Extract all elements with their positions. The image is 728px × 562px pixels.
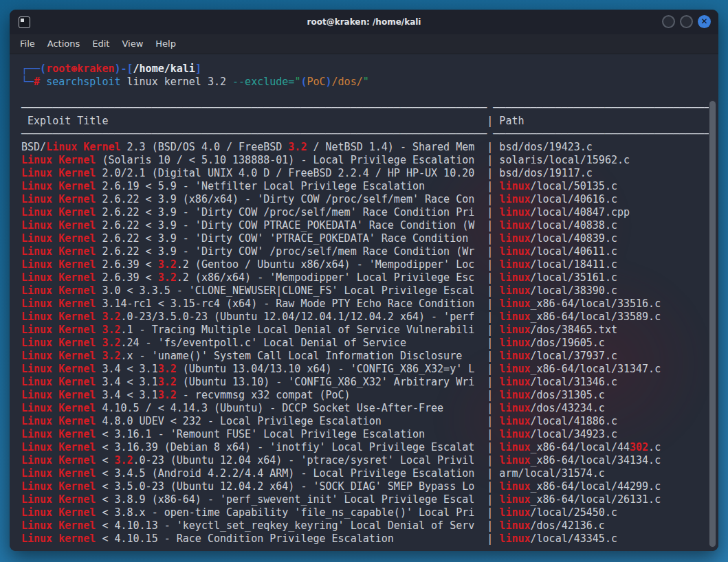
exploit-row: Linux Kernel 3.4 < 3.13.2 - recvmmsg x32…: [21, 389, 718, 402]
exploit-row: Linux Kernel 2.6.22 < 3.9 (x86/x64) - 'D…: [21, 193, 718, 206]
exploit-row: Linux Kernel 3.2.1 - Tracing Multiple Lo…: [21, 324, 718, 337]
table-separator: ────────────────────────────────────────…: [21, 128, 718, 141]
exploit-row: Linux Kernel 3.0 < 3.3.5 - 'CLONE_NEWUSE…: [21, 284, 718, 297]
menu-help[interactable]: Help: [149, 34, 182, 54]
exploit-row: Linux Kernel 2.6.39 < 3.2.2 (Gentoo / Ub…: [21, 258, 718, 271]
exploit-row: Linux Kernel 2.6.19 < 5.9 - 'Netfilter L…: [21, 180, 718, 193]
exploit-row: Linux Kernel < 3.8.9 (x86-64) - 'perf_sw…: [21, 493, 718, 506]
exploit-row: Linux Kernel 2.6.22 < 3.9 - 'Dirty COW /…: [21, 206, 718, 219]
exploit-row: Linux Kernel 3.4 < 3.13.2 (Ubuntu 13.10)…: [21, 376, 718, 389]
exploit-title-cell: Linux Kernel 4.10.5 / < 4.14.3 (Ubuntu) …: [21, 402, 481, 415]
exploit-title-cell: Linux Kernel 3.2.0-23/3.5.0-23 (Ubuntu 1…: [21, 311, 481, 324]
menu-actions[interactable]: Actions: [41, 34, 87, 54]
exploit-title-cell: Linux Kernel 2.6.22 < 3.9 (x86/x64) - 'D…: [21, 193, 481, 206]
exploit-title-cell: Linux Kernel < 3.5.0-23 (Ubuntu 12.04.2 …: [21, 480, 481, 493]
close-icon: ✕: [701, 16, 707, 26]
menu-view[interactable]: View: [115, 34, 149, 54]
titlebar[interactable]: root@kraken: /home/kali ✕: [10, 10, 718, 34]
exploit-row: Linux Kernel 4.8.0 UDEV < 232 - Local Pr…: [21, 415, 718, 428]
exploit-row: Linux Kernel 2.6.39 < 3.2.2 (x86/x64) - …: [21, 271, 718, 284]
minimize-button[interactable]: [662, 15, 675, 28]
exploit-row: Linux Kernel 2.6.22 < 3.9 - 'Dirty COW' …: [21, 232, 718, 245]
exploit-title-cell: BSD/Linux Kernel 2.3 (BSD/OS 4.0 / FreeB…: [21, 141, 481, 154]
exploit-title-cell: Linux Kernel < 3.8.9 (x86-64) - 'perf_sw…: [21, 493, 481, 506]
terminal-window: root@kraken: /home/kali ✕ FileActionsEdi…: [10, 10, 718, 551]
exploit-title-cell: Linux Kernel 2.6.39 < 3.2.2 (Gentoo / Ub…: [21, 258, 481, 271]
exploit-title-cell: Linux Kernel 2.6.19 < 5.9 - 'Netfilter L…: [21, 180, 481, 193]
exploit-title-cell: Linux Kernel 2.6.39 < 3.2.2 (x86/x64) - …: [21, 271, 481, 284]
table-separator: ────────────────────────────────────────…: [21, 102, 718, 115]
exploit-title-cell: Linux kernel < 4.10.15 - Race Condition …: [21, 532, 481, 546]
column-header-exploit-title: Exploit Title: [21, 115, 481, 128]
exploit-row: Linux Kernel 3.2.x - 'uname()' System Ca…: [21, 350, 718, 363]
exploit-title-cell: Linux Kernel (Solaris 10 / < 5.10 138888…: [21, 154, 481, 167]
exploit-title-cell: Linux Kernel 4.8.0 UDEV < 232 - Local Pr…: [21, 415, 481, 428]
exploit-row: Linux Kernel 3.14-rc1 < 3.15-rc4 (x64) -…: [21, 297, 718, 311]
exploit-title-cell: Linux Kernel 3.4 < 3.13.2 - recvmmsg x32…: [21, 389, 481, 402]
exploit-title-cell: Linux Kernel 3.2.x - 'uname()' System Ca…: [21, 350, 481, 363]
exploit-row: Linux Kernel < 4.10.13 - 'keyctl_set_req…: [21, 519, 718, 532]
exploit-row: BSD/Linux Kernel 2.3 (BSD/OS 4.0 / FreeB…: [21, 141, 718, 154]
menubar: FileActionsEditViewHelp: [10, 34, 718, 54]
exploit-row: Linux Kernel < 3.8.x - open-time Capabil…: [21, 506, 718, 519]
menu-edit[interactable]: Edit: [86, 34, 115, 54]
window-controls: ✕: [662, 15, 711, 28]
scrollbar-thumb[interactable]: [709, 101, 716, 547]
column-header-path: Path: [499, 115, 524, 127]
exploit-row: Linux Kernel 3.2.0-23/3.5.0-23 (Ubuntu 1…: [21, 311, 718, 324]
desktop-background: root@kraken: /home/kali ✕ FileActionsEdi…: [0, 0, 728, 562]
exploit-title-cell: Linux Kernel 2.6.22 < 3.9 - 'Dirty COW' …: [21, 232, 481, 245]
exploit-title-cell: Linux Kernel 3.14-rc1 < 3.15-rc4 (x64) -…: [21, 297, 481, 311]
terminal-output[interactable]: ┌──(root⊛kraken)-[/home/kali]└─# searchs…: [10, 54, 718, 551]
command-line: └─# searchsploit linux kernel 3.2 --excl…: [21, 76, 718, 89]
blank-line: [21, 89, 718, 102]
exploit-row: Linux kernel < 4.10.15 - Race Condition …: [21, 532, 718, 546]
exploit-row: Linux Kernel 2.6.22 < 3.9 - 'Dirty COW' …: [21, 245, 718, 258]
exploit-title-cell: Linux Kernel 3.0 < 3.3.5 - 'CLONE_NEWUSE…: [21, 284, 481, 297]
window-title: root@kraken: /home/kali: [10, 10, 718, 34]
exploit-row: Linux Kernel < 3.4.5 (Android 4.2.2/4.4 …: [21, 467, 718, 480]
exploit-row: Linux Kernel 3.2.24 - 'fs/eventpoll.c' L…: [21, 337, 718, 350]
exploit-row: Linux Kernel (Solaris 10 / < 5.10 138888…: [21, 154, 718, 167]
exploit-title-cell: Linux Kernel < 3.16.1 - 'Remount FUSE' L…: [21, 428, 481, 441]
exploit-title-cell: Linux Kernel 3.4 < 3.13.2 (Ubuntu 13.04/…: [21, 363, 481, 376]
prompt-line-1: ┌──(root⊛kraken)-[/home/kali]: [21, 63, 718, 76]
exploit-title-cell: Linux Kernel 2.6.22 < 3.9 - 'Dirty COW' …: [21, 245, 481, 258]
scrollbar[interactable]: [709, 100, 716, 548]
exploit-title-cell: Linux Kernel 3.4 < 3.13.2 (Ubuntu 13.10)…: [21, 376, 481, 389]
exploit-row: Linux Kernel < 3.16.39 (Debian 8 x64) - …: [21, 441, 718, 454]
maximize-button[interactable]: [680, 15, 693, 28]
exploit-title-cell: Linux Kernel 2.6.22 < 3.9 - 'Dirty COW /…: [21, 206, 481, 219]
exploit-row: Linux Kernel < 3.2.0-23 (Ubuntu 12.04 x6…: [21, 454, 718, 467]
menu-file[interactable]: File: [14, 34, 41, 54]
exploit-title-cell: Linux Kernel 3.2.24 - 'fs/eventpoll.c' L…: [21, 337, 481, 350]
exploit-row: Linux Kernel 3.4 < 3.13.2 (Ubuntu 13.04/…: [21, 363, 718, 376]
exploit-title-cell: Linux Kernel < 3.16.39 (Debian 8 x64) - …: [21, 441, 481, 454]
exploit-title-cell: Linux Kernel < 3.8.x - open-time Capabil…: [21, 506, 481, 519]
exploit-row: Linux Kernel < 3.5.0-23 (Ubuntu 12.04.2 …: [21, 480, 718, 493]
exploit-row: Linux Kernel 2.0/2.1 (Digital UNIX 4.0 D…: [21, 167, 718, 180]
exploit-title-cell: Linux Kernel < 3.4.5 (Android 4.2.2/4.4 …: [21, 467, 481, 480]
table-header-row: Exploit Title | Path: [21, 115, 718, 128]
exploit-title-cell: Linux Kernel < 4.10.13 - 'keyctl_set_req…: [21, 519, 481, 532]
close-button[interactable]: ✕: [698, 15, 711, 28]
exploit-title-cell: Linux Kernel 2.0/2.1 (Digital UNIX 4.0 D…: [21, 167, 481, 180]
exploit-title-cell: Linux Kernel < 3.2.0-23 (Ubuntu 12.04 x6…: [21, 454, 481, 467]
exploit-row: Linux Kernel < 3.16.1 - 'Remount FUSE' L…: [21, 428, 718, 441]
exploit-row: Linux Kernel 4.10.5 / < 4.14.3 (Ubuntu) …: [21, 402, 718, 415]
exploit-row: Linux Kernel 2.6.22 < 3.9 - 'Dirty COW P…: [21, 219, 718, 232]
exploit-title-cell: Linux Kernel 3.2.1 - Tracing Multiple Lo…: [21, 324, 481, 337]
exploit-title-cell: Linux Kernel 2.6.22 < 3.9 - 'Dirty COW P…: [21, 219, 481, 232]
